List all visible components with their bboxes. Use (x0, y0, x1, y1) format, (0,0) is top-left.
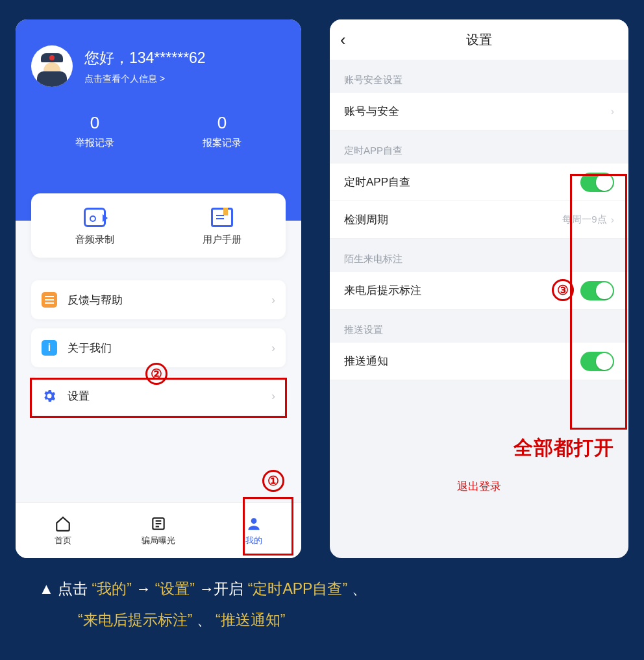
profile-hero: 您好，134******62 点击查看个人信息 > 0 举报记录 0 报案记录 (16, 19, 301, 221)
user-block[interactable]: 您好，134******62 点击查看个人信息 > (31, 45, 286, 87)
highlight-box-settings (30, 378, 287, 418)
tool-label: 用户手册 (158, 234, 286, 246)
section-account-title: 账号安全设置 (330, 60, 628, 93)
tool-audio[interactable]: 音频录制 (31, 208, 158, 246)
chevron-right-icon: › (271, 341, 275, 355)
instruction-caption-line2: “来电后提示标注” 、 “推送通知” (78, 606, 605, 635)
highlight-box-toggles (570, 174, 627, 430)
tool-label: 音频录制 (31, 234, 158, 246)
tools-card: 音频录制 用户手册 (31, 193, 286, 258)
highlight-box-mine-tab (243, 497, 293, 556)
avatar (31, 45, 73, 87)
row-account-security[interactable]: 账号与安全 › (330, 93, 628, 130)
tab-expose[interactable]: 骗局曝光 (111, 503, 206, 558)
stats-row: 0 举报记录 0 报案记录 (31, 113, 286, 149)
stat-value: 0 (158, 113, 286, 133)
row-label: 推送通知 (344, 354, 388, 369)
row-label: 来电后提示标注 (344, 283, 421, 298)
greeting: 您好，134******62 (84, 48, 206, 68)
menu-label: 关于我们 (68, 341, 112, 356)
profile-screen: 您好，134******62 点击查看个人信息 > 0 举报记录 0 报案记录 … (16, 19, 301, 558)
stat-case[interactable]: 0 报案记录 (158, 113, 286, 149)
profile-hint[interactable]: 点击查看个人信息 > (84, 73, 206, 85)
video-record-icon (84, 208, 106, 227)
tab-label: 骗局曝光 (142, 535, 175, 546)
menu-label: 反馈与帮助 (68, 293, 123, 308)
row-label: 检测周期 (344, 212, 388, 227)
stat-value: 0 (31, 113, 158, 133)
annotation-all-on: 全部都打开 (514, 435, 614, 461)
row-label: 定时APP自查 (344, 175, 410, 189)
nav-bar: ‹ 设置 (330, 19, 628, 60)
annotation-1: ① (262, 470, 284, 492)
page-title: 设置 (466, 31, 492, 49)
back-icon[interactable]: ‹ (340, 30, 346, 50)
news-icon (150, 515, 167, 532)
clipboard-icon (42, 292, 57, 308)
tab-label: 首页 (55, 535, 71, 546)
tool-manual[interactable]: 用户手册 (158, 208, 286, 246)
chevron-right-icon: › (271, 293, 275, 307)
settings-screen: ‹ 设置 账号安全设置 账号与安全 › 定时APP自查 定时APP自查 检测周期… (330, 19, 628, 558)
logout-button[interactable]: 退出登录 (330, 466, 628, 507)
row-label: 账号与安全 (344, 104, 399, 119)
instruction-caption-line1: ▲ 点击 “我的” → “设置” →开启 “定时APP自查” 、 (39, 575, 605, 604)
stat-label: 报案记录 (158, 137, 286, 149)
section-timer-title: 定时APP自查 (330, 130, 628, 164)
home-icon (55, 515, 71, 532)
menu-feedback[interactable]: 反馈与帮助 › (31, 280, 286, 319)
book-icon (211, 208, 233, 227)
stat-label: 举报记录 (31, 137, 158, 149)
info-icon: i (42, 340, 57, 356)
chevron-right-icon: › (611, 106, 614, 117)
tab-home[interactable]: 首页 (16, 503, 111, 558)
menu-about[interactable]: i 关于我们 › (31, 328, 286, 367)
stat-report[interactable]: 0 举报记录 (31, 113, 158, 149)
